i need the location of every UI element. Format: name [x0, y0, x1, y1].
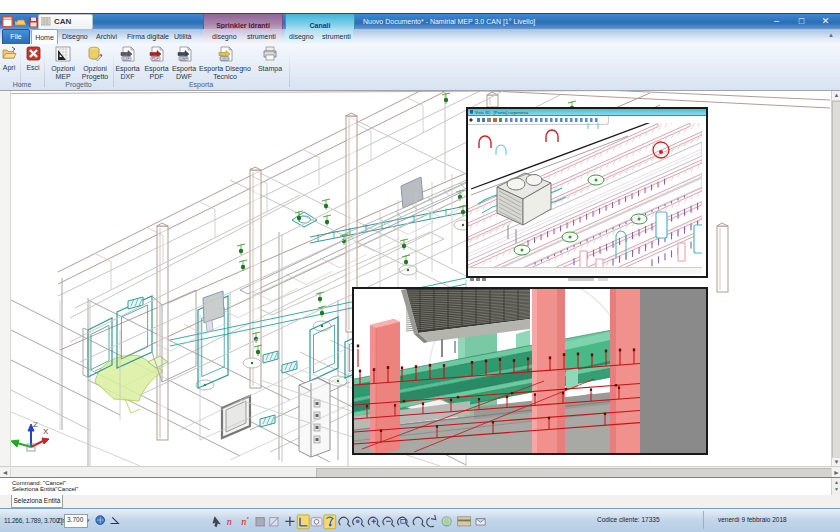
svg-text:DWG: DWG — [220, 57, 229, 61]
svg-text:n: n — [241, 516, 246, 527]
svg-text:PDF: PDF — [152, 57, 159, 61]
svg-text:DXF: DXF — [123, 57, 130, 61]
svg-text:DWF: DWF — [179, 57, 187, 61]
svg-text:X: X — [43, 427, 49, 436]
svg-text:*: * — [247, 516, 250, 522]
svg-text:n: n — [227, 516, 232, 527]
svg-text:Vista 3D - [Pianta] carpenteri: Vista 3D - [Pianta] carpenteria — [475, 110, 529, 115]
